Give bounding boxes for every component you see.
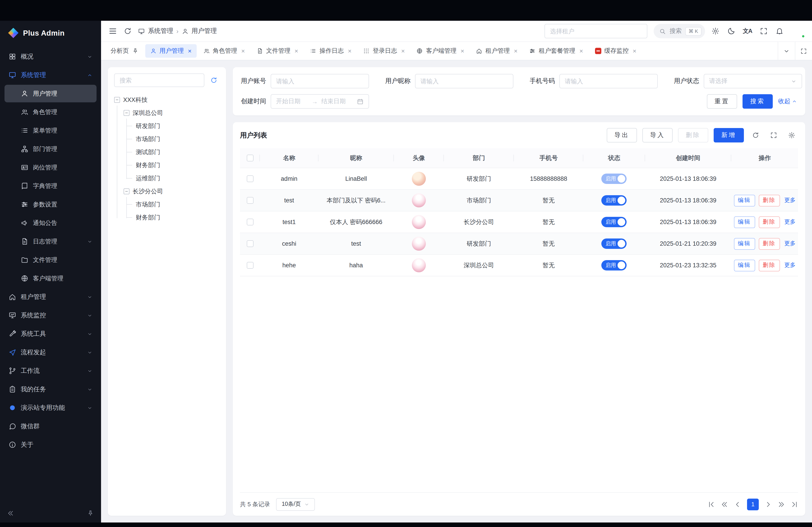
next-chunk-button[interactable] (778, 501, 785, 508)
row-checkbox[interactable] (247, 262, 253, 269)
edit-button[interactable]: 编辑 (734, 195, 755, 206)
close-icon[interactable]: × (241, 48, 245, 54)
sidebar-item-wechat-group[interactable]: 微信群 (4, 418, 97, 435)
tree-node-department[interactable]: 财务部门 (133, 159, 220, 172)
column-header-name[interactable]: 名称 (260, 148, 318, 168)
more-button[interactable]: 更多 (784, 197, 796, 204)
delete-row-button[interactable]: 删除 (758, 195, 780, 206)
reset-button[interactable]: 重置 (707, 94, 737, 109)
edit-button[interactable]: 编辑 (734, 216, 755, 228)
status-toggle[interactable]: 启用 (601, 239, 627, 249)
close-icon[interactable]: × (633, 48, 636, 54)
status-toggle[interactable]: 启用 (601, 217, 627, 227)
page-size-select[interactable]: 10条/页 (276, 498, 315, 511)
tree-node-department[interactable]: 运维部门 (133, 172, 220, 185)
sidebar-item-notice[interactable]: 通知公告 (4, 214, 97, 232)
close-icon[interactable]: × (514, 48, 518, 54)
account-input[interactable] (276, 78, 364, 85)
first-page-button[interactable] (708, 501, 715, 508)
sidebar-item-my-tasks[interactable]: 我的任务 (4, 380, 97, 398)
row-checkbox[interactable] (247, 175, 253, 182)
tree-node-company[interactable]: − 深圳总公司 (124, 106, 220, 119)
tree-search-input[interactable] (119, 77, 199, 84)
table-row[interactable]: admin LinaBell 研发部门 15888888888 启用 (240, 168, 798, 190)
status-toggle[interactable]: 启用 (601, 174, 627, 184)
add-button[interactable]: 新增 (714, 128, 744, 142)
sidebar-item-client-management[interactable]: 客户端管理 (4, 270, 97, 287)
collapse-node-icon[interactable]: − (124, 189, 129, 194)
tree-node-department[interactable]: 财务部门 (133, 211, 220, 224)
table-row[interactable]: hehe haha 深圳总公司 暂无 启用 (240, 255, 798, 276)
phone-field[interactable] (560, 74, 658, 88)
nickname-field[interactable] (415, 74, 513, 88)
sidebar-item-role-management[interactable]: 角色管理 (4, 103, 97, 121)
more-button[interactable]: 更多 (784, 240, 796, 247)
tree-search-box[interactable] (114, 74, 204, 87)
tenant-select-input[interactable] (550, 28, 642, 34)
select-all-checkbox[interactable] (247, 155, 253, 161)
breadcrumb-item[interactable]: 用户管理 (191, 27, 217, 35)
table-settings-button[interactable] (785, 129, 798, 141)
tab-login-log[interactable]: 登录日志 × (359, 44, 410, 58)
row-checkbox[interactable] (247, 219, 253, 225)
created-date-range[interactable]: 开始日期 → 结束日期 (271, 94, 369, 109)
tree-node-department[interactable]: 市场部门 (133, 198, 220, 211)
close-icon[interactable]: × (294, 48, 298, 54)
tab-client-management[interactable]: 客户端管理 × (412, 44, 469, 58)
account-field[interactable] (271, 74, 369, 88)
import-button[interactable]: 导入 (642, 128, 672, 142)
hamburger-menu-icon[interactable] (108, 27, 117, 35)
sidebar-item-about[interactable]: 关于 (4, 436, 97, 453)
table-fullscreen-button[interactable] (767, 129, 780, 141)
tenant-select[interactable] (545, 24, 647, 38)
tab-analysis[interactable]: 分析页 (105, 44, 143, 58)
delete-row-button[interactable]: 删除 (758, 238, 780, 250)
tree-node-department[interactable]: 研发部门 (133, 119, 220, 133)
tree-node-department[interactable]: 测试部门 (133, 146, 220, 159)
fullscreen-icon[interactable] (760, 27, 768, 35)
tab-role-management[interactable]: 角色管理 × (198, 44, 250, 58)
prev-page-button[interactable] (734, 501, 741, 508)
gear-icon[interactable] (711, 27, 719, 35)
sidebar-item-process-initiation[interactable]: 流程发起 (4, 344, 97, 361)
global-search[interactable]: 搜索 ⌘ K (654, 24, 705, 38)
sidebar-item-tenant-management[interactable]: 租户管理 (4, 288, 97, 306)
column-header-nickname[interactable]: 昵称 (318, 148, 394, 168)
delete-row-button[interactable]: 删除 (758, 216, 780, 228)
tab-user-management[interactable]: 用户管理 × (145, 44, 197, 58)
tree-node-company[interactable]: − 长沙分公司 (124, 185, 220, 198)
status-select[interactable]: 请选择 (704, 74, 802, 88)
nickname-input[interactable] (420, 78, 508, 85)
column-header-department[interactable]: 部门 (444, 148, 513, 168)
sidebar-item-file-management[interactable]: 文件管理 (4, 251, 97, 269)
sidebar-item-department-management[interactable]: 部门管理 (4, 140, 97, 158)
next-page-button[interactable] (765, 501, 772, 508)
sidebar-item-workflow[interactable]: 工作流 (4, 362, 97, 380)
phone-input[interactable] (565, 78, 652, 85)
row-checkbox[interactable] (247, 240, 253, 247)
moon-icon[interactable] (727, 27, 735, 35)
search-button[interactable]: 搜索 (742, 94, 773, 109)
close-icon[interactable]: × (579, 48, 583, 54)
tab-cache-monitor[interactable]: 缓存监控 × (590, 44, 641, 58)
sidebar-item-post-management[interactable]: 岗位管理 (4, 159, 97, 176)
sidebar-item-parameter-settings[interactable]: 参数设置 (4, 196, 97, 213)
sidebar-item-system-management[interactable]: 系统管理 (4, 66, 97, 84)
pin-icon[interactable] (87, 510, 94, 516)
column-header-phone[interactable]: 手机号 (514, 148, 583, 168)
tab-tenant-management[interactable]: 租户管理 × (471, 44, 522, 58)
sidebar-item-demo-features[interactable]: 演示站专用功能 (4, 399, 97, 417)
refresh-icon[interactable] (124, 27, 132, 35)
user-avatar[interactable] (791, 24, 805, 38)
export-button[interactable]: 导出 (607, 128, 637, 142)
tree-node-root[interactable]: − XXX科技 (114, 93, 220, 106)
table-row[interactable]: test 本部门及以下 密码6... 市场部门 暂无 启用 (240, 190, 798, 211)
sidebar-item-user-management[interactable]: 用户管理 (4, 85, 97, 102)
collapse-filters-link[interactable]: 收起 (778, 97, 797, 105)
sidebar-item-system-monitor[interactable]: 系统监控 (4, 306, 97, 324)
column-header-avatar[interactable]: 头像 (394, 148, 444, 168)
edit-button[interactable]: 编辑 (734, 259, 755, 271)
sidebar-item-overview[interactable]: 概况 (4, 48, 97, 65)
table-refresh-button[interactable] (749, 129, 762, 141)
collapse-node-icon[interactable]: − (124, 110, 129, 116)
